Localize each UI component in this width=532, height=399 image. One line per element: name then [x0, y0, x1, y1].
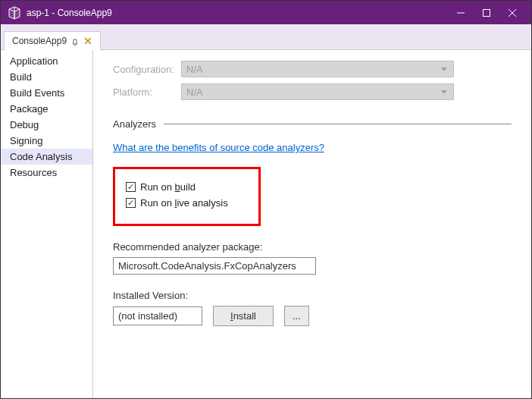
close-tab-icon[interactable] — [83, 36, 92, 46]
run-on-build-checkbox[interactable] — [126, 182, 136, 192]
tab-bar: ConsoleApp9 — [1, 24, 531, 50]
installed-version-input[interactable] — [113, 306, 202, 325]
tab-label: ConsoleApp9 — [12, 36, 67, 46]
recommended-input[interactable] — [113, 257, 316, 275]
run-on-build-checkbox-row[interactable]: Run on build — [126, 181, 248, 193]
recommended-group: Recommended analyzer package: — [113, 241, 512, 275]
main-panel: Configuration: N/A Platform: N/A Analyze… — [93, 50, 531, 398]
minimize-button[interactable] — [448, 3, 474, 23]
platform-label: Platform: — [113, 86, 181, 98]
install-button[interactable]: Install — [213, 306, 274, 326]
content-area: Application Build Build Events Package D… — [1, 50, 531, 398]
window-title: asp-1 - ConsoleApp9 — [27, 8, 448, 18]
sidebar-item-package[interactable]: Package — [1, 101, 92, 117]
sidebar-item-application[interactable]: Application — [1, 53, 92, 69]
platform-select[interactable]: N/A — [181, 83, 454, 100]
help-link[interactable]: What are the benefits of source code ana… — [113, 142, 324, 153]
recommended-label: Recommended analyzer package: — [113, 241, 512, 253]
pin-icon[interactable] — [71, 37, 79, 45]
configuration-select[interactable]: N/A — [181, 61, 454, 77]
install-row: Install ... — [113, 306, 512, 326]
maximize-button[interactable] — [474, 3, 499, 23]
run-on-live-label: Run on live analysis — [140, 197, 228, 209]
sidebar-item-code-analysis[interactable]: Code Analysis — [1, 149, 92, 165]
installed-group: Installed Version: Install ... — [113, 290, 512, 326]
run-on-build-label: Run on build — [140, 181, 196, 193]
sidebar-item-build[interactable]: Build — [1, 69, 92, 85]
document-tab[interactable]: ConsoleApp9 — [4, 31, 101, 50]
svg-rect-1 — [483, 9, 490, 16]
sidebar-item-build-events[interactable]: Build Events — [1, 85, 92, 101]
sidebar: Application Build Build Events Package D… — [1, 50, 93, 398]
section-divider — [164, 124, 512, 124]
close-button[interactable] — [499, 3, 525, 23]
app-icon — [7, 5, 22, 20]
sidebar-item-signing[interactable]: Signing — [1, 133, 92, 149]
browse-button[interactable]: ... — [284, 306, 309, 326]
installed-label: Installed Version: — [113, 290, 512, 301]
configuration-label: Configuration: — [113, 64, 181, 75]
run-on-live-checkbox-row[interactable]: Run on live analysis — [126, 197, 248, 209]
highlighted-options: Run on build Run on live analysis — [113, 167, 261, 226]
sidebar-item-resources[interactable]: Resources — [1, 165, 92, 181]
run-on-live-checkbox[interactable] — [126, 198, 136, 208]
sidebar-item-debug[interactable]: Debug — [1, 117, 92, 133]
configuration-row: Configuration: N/A — [113, 61, 512, 77]
section-header: Analyzers — [113, 118, 512, 130]
window-controls — [448, 3, 525, 23]
section-title: Analyzers — [113, 118, 156, 130]
titlebar: asp-1 - ConsoleApp9 — [1, 1, 531, 24]
platform-row: Platform: N/A — [113, 83, 512, 100]
